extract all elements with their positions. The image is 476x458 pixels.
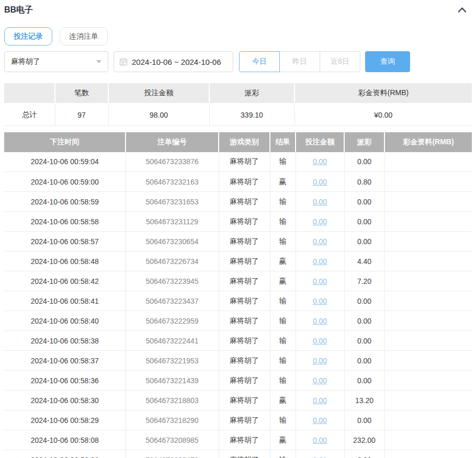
bet-time-cell: 2024-10-06 00:58:41	[4, 291, 126, 311]
summary-header-jackpot: 彩金资料(RMB)	[294, 83, 472, 104]
order-no-cell: 5064673221953	[126, 351, 219, 371]
game-type-cell: 麻将胡了	[219, 410, 270, 430]
table-row: 2024-10-06 00:58:36 5064673221439 麻将胡了 输…	[4, 371, 472, 391]
table-row: 2024-10-06 00:58:42 5064673223945 麻将胡了 赢…	[4, 271, 472, 291]
game-type-cell: 麻将胡了	[219, 291, 270, 311]
game-type-cell: 麻将胡了	[219, 152, 270, 172]
page-title: BB电子	[4, 5, 33, 16]
tab-cancelled-bets[interactable]: 连消注单	[60, 27, 108, 45]
game-select[interactable]: 麻将胡了	[4, 51, 108, 72]
records-header-bet-amount: 投注金额	[296, 132, 344, 152]
bet-amount-cell: 0.00	[296, 410, 344, 430]
bet-time-cell: 2024-10-06 00:59:04	[4, 152, 126, 172]
table-row: 2024-10-06 00:58:38 5064673222441 麻将胡了 输…	[4, 331, 472, 351]
bet-time-cell: 2024-10-06 00:58:57	[4, 232, 126, 251]
result-cell: 赢	[270, 430, 296, 450]
bet-amount-link[interactable]: 0.00	[313, 317, 327, 325]
bet-amount-cell: 0.00	[296, 371, 344, 391]
order-no-cell: 5064673221439	[126, 371, 219, 391]
game-type-cell: 麻将胡了	[219, 351, 270, 371]
payout-cell: 0.00	[344, 232, 384, 251]
bet-amount-cell: 0.00	[296, 192, 344, 212]
order-no-cell: 5064673232163	[126, 172, 219, 192]
query-button[interactable]: 查询	[365, 51, 410, 72]
result-cell: 输	[270, 212, 296, 232]
bet-amount-link[interactable]: 0.00	[313, 297, 327, 305]
summary-jackpot-value: ¥0.00	[294, 104, 472, 125]
bet-amount-link[interactable]: 0.00	[313, 178, 327, 186]
range-button-last-8-days[interactable]: 近8日	[320, 51, 360, 72]
table-row: 2024-10-06 00:59:00 5064673232163 麻将胡了 赢…	[4, 172, 472, 192]
bet-time-cell: 2024-10-06 00:59:00	[4, 172, 126, 192]
bet-amount-link[interactable]: 0.00	[313, 198, 327, 206]
chevron-up-icon	[458, 6, 467, 14]
result-cell: 输	[270, 331, 296, 351]
result-cell: 赢	[270, 172, 296, 192]
tab-bet-records[interactable]: 投注记录	[4, 27, 52, 45]
bet-amount-link[interactable]: 0.00	[313, 277, 327, 285]
bet-time-cell: 2024-10-06 00:58:08	[4, 430, 126, 450]
bet-amount-cell: 0.00	[296, 271, 344, 291]
payout-cell: 0.00	[344, 371, 384, 391]
game-select-value: 麻将胡了	[11, 57, 40, 66]
bet-amount-link[interactable]: 0.00	[313, 376, 327, 385]
panel-header: BB电子	[4, 4, 472, 16]
game-type-cell: 麻将胡了	[219, 212, 270, 232]
order-no-cell: 5064673233876	[126, 152, 219, 172]
bet-amount-link[interactable]: 0.00	[313, 396, 327, 405]
jackpot-cell	[384, 351, 472, 371]
result-cell: 输	[270, 192, 296, 212]
bet-time-cell: 2024-10-06 00:58:38	[4, 331, 126, 351]
result-cell: 输	[270, 371, 296, 391]
table-row: 2024-10-06 00:58:06 5064673208476 麻将胡了 输…	[4, 450, 472, 458]
bet-time-cell: 2024-10-06 00:58:37	[4, 351, 126, 371]
jackpot-cell	[384, 192, 472, 212]
bet-amount-link[interactable]: 0.00	[313, 237, 327, 246]
payout-cell: 7.20	[344, 271, 384, 291]
bet-amount-link[interactable]: 0.00	[313, 416, 327, 425]
quick-range-group: 今日 昨日 近8日	[239, 51, 360, 72]
bet-amount-link[interactable]: 0.00	[313, 257, 327, 266]
table-row: 2024-10-06 00:58:29 5064673218290 麻将胡了 输…	[4, 410, 472, 430]
order-no-cell: 5064673222959	[126, 311, 219, 331]
payout-cell: 0.00	[344, 212, 384, 232]
order-no-cell: 5064673208476	[126, 450, 219, 458]
jackpot-cell	[384, 291, 472, 311]
game-type-cell: 麻将胡了	[219, 450, 270, 458]
bet-amount-link[interactable]: 0.00	[313, 436, 327, 444]
calendar-icon	[119, 58, 128, 66]
payout-cell: 0.00	[344, 410, 384, 430]
game-type-cell: 麻将胡了	[219, 271, 270, 291]
range-button-today[interactable]: 今日	[239, 51, 280, 72]
summary-count-value: 97	[55, 104, 108, 125]
bet-amount-cell: 0.00	[296, 291, 344, 311]
bet-amount-link[interactable]: 0.00	[313, 456, 327, 458]
game-type-cell: 麻将胡了	[219, 172, 270, 192]
table-row: 2024-10-06 00:58:41 5064673223437 麻将胡了 输…	[4, 291, 472, 311]
jackpot-cell	[384, 232, 472, 251]
payout-cell: 0.00	[344, 450, 384, 458]
bet-amount-link[interactable]: 0.00	[313, 357, 327, 365]
bet-amount-link[interactable]: 0.00	[313, 337, 327, 345]
date-range-input[interactable]: 2024-10-06 ~ 2024-10-06	[114, 51, 233, 72]
bet-amount-link[interactable]: 0.00	[313, 157, 327, 166]
table-row: 2024-10-06 00:58:08 5064673208985 麻将胡了 赢…	[4, 430, 472, 450]
order-no-cell: 5064673231129	[126, 212, 219, 232]
bet-time-cell: 2024-10-06 00:58:59	[4, 192, 126, 212]
game-type-cell: 麻将胡了	[219, 251, 270, 271]
bet-time-cell: 2024-10-06 00:58:36	[4, 371, 126, 391]
range-button-yesterday[interactable]: 昨日	[279, 51, 320, 72]
result-cell: 输	[270, 232, 296, 251]
jackpot-cell	[384, 391, 472, 410]
collapse-panel-button[interactable]	[458, 6, 467, 14]
tab-bar: 投注记录 连消注单	[4, 27, 472, 45]
result-cell: 输	[270, 152, 296, 172]
bet-time-cell: 2024-10-06 00:58:58	[4, 212, 126, 232]
bet-time-cell: 2024-10-06 00:58:06	[4, 450, 126, 458]
bet-time-cell: 2024-10-06 00:58:30	[4, 391, 126, 410]
bet-amount-cell: 0.00	[296, 251, 344, 271]
jackpot-cell	[384, 271, 472, 291]
jackpot-cell	[384, 212, 472, 232]
bet-amount-link[interactable]: 0.00	[313, 217, 327, 226]
bet-amount-cell: 0.00	[296, 232, 344, 251]
